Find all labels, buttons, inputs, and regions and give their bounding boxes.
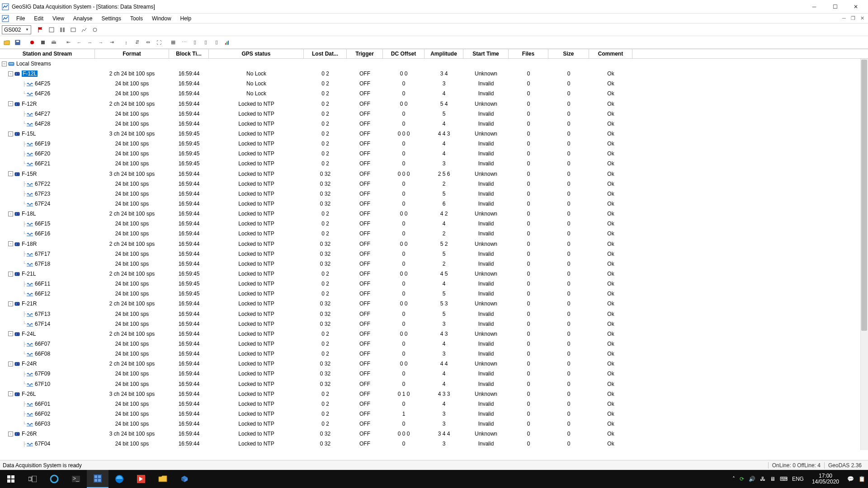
stream-row[interactable]: └66F0324 bit 100 sps16:59:44Locked to NT… [0, 419, 868, 429]
tray-display-icon[interactable]: 🖥 [770, 476, 775, 482]
station-row[interactable]: -F-18L2 ch 24 bit 100 sps16:59:44Locked … [0, 209, 868, 219]
station-combo[interactable]: GS002 ▼ [2, 25, 31, 34]
menu-tools[interactable]: Tools [127, 14, 146, 23]
col-gps-status[interactable]: GPS status [209, 49, 304, 58]
station-row[interactable]: -F-15L3 ch 24 bit 100 sps16:59:45Locked … [0, 129, 868, 139]
menu-edit[interactable]: Edit [30, 14, 47, 23]
tray-clock[interactable]: 17:00 14/05/2020 [808, 473, 843, 485]
stream-row[interactable]: ├67F2324 bit 100 sps16:59:44Locked to NT… [0, 189, 868, 199]
tray-sync-icon[interactable]: ⟳ [740, 476, 744, 482]
expander-icon[interactable]: - [8, 361, 13, 366]
panel-2-icon[interactable]: ▯ [201, 38, 211, 47]
menu-window[interactable]: Window [148, 14, 175, 23]
station-row[interactable]: -F-15R3 ch 24 bit 100 sps16:59:44Locked … [0, 169, 868, 179]
station-row[interactable]: -F-24L2 ch 24 bit 100 sps16:59:44Locked … [0, 329, 868, 339]
taskbar-edge[interactable] [108, 470, 130, 488]
stream-row[interactable]: ├66F2024 bit 100 sps16:59:45Locked to NT… [0, 149, 868, 159]
save-icon[interactable] [13, 38, 23, 47]
expander-icon[interactable]: - [8, 272, 13, 277]
col-dc-offset[interactable]: DC Offset [383, 49, 425, 58]
stream-row[interactable]: └64F2624 bit 100 sps16:59:44No Lock0 2OF… [0, 89, 868, 99]
stream-row[interactable]: ├66F0124 bit 100 sps16:59:44Locked to NT… [0, 399, 868, 409]
mdi-restore-button[interactable]: ❐ [849, 15, 857, 21]
arrow-right-end-icon[interactable]: ⇥ [107, 38, 117, 47]
tree-root-row[interactable]: − Local Streams [0, 59, 868, 69]
taskbar-cmd[interactable]: >_ [65, 470, 87, 488]
stream-row[interactable]: ├64F2524 bit 100 sps16:59:44No Lock0 2OF… [0, 79, 868, 89]
col-format[interactable]: Format [95, 49, 169, 58]
expander-icon[interactable]: - [8, 211, 13, 216]
stream-row[interactable]: ├67F0924 bit 100 sps16:59:44Locked to NT… [0, 369, 868, 379]
stream-row[interactable]: ├67F0424 bit 100 sps16:59:44Locked to NT… [0, 439, 868, 449]
stream-row[interactable]: ├67F1724 bit 100 sps16:59:44Locked to NT… [0, 249, 868, 259]
tray-language[interactable]: ENG [792, 476, 804, 482]
menu-file[interactable]: File [13, 14, 28, 23]
expander-icon[interactable]: - [8, 391, 13, 396]
tool-btn-3[interactable] [57, 25, 67, 35]
stream-row[interactable]: ├66F0224 bit 100 sps16:59:44Locked to NT… [0, 409, 868, 419]
close-button[interactable]: ✕ [845, 0, 866, 13]
arrow-left-start-icon[interactable]: ⇤ [63, 38, 73, 47]
tool-btn-5[interactable] [79, 25, 89, 35]
stream-row[interactable]: ├66F1924 bit 100 sps16:59:45Locked to NT… [0, 139, 868, 149]
col-amplitude[interactable]: Amplitude [425, 49, 463, 58]
tool-btn-2[interactable] [47, 25, 57, 35]
zoom-in-v-icon[interactable]: ↕ [121, 38, 131, 47]
col-lost-data[interactable]: Lost Dat... [304, 49, 347, 58]
stream-row[interactable]: ├67F1324 bit 100 sps16:59:44Locked to NT… [0, 309, 868, 319]
tray-action-center-icon[interactable]: 💬 [847, 476, 854, 482]
stream-row[interactable]: └66F0824 bit 100 sps16:59:44Locked to NT… [0, 349, 868, 359]
mdi-minimize-button[interactable]: ─ [840, 15, 848, 21]
stream-row[interactable]: ├67F2224 bit 100 sps16:59:44Locked to NT… [0, 179, 868, 189]
stream-row[interactable]: └67F1424 bit 100 sps16:59:44Locked to NT… [0, 319, 868, 329]
station-row[interactable]: -F-12L2 ch 24 bit 100 sps16:59:44No Lock… [0, 69, 868, 79]
stream-row[interactable]: └66F1624 bit 100 sps16:59:44Locked to NT… [0, 229, 868, 239]
open-folder-icon[interactable] [2, 38, 12, 47]
col-start-time[interactable]: Start Time [463, 49, 509, 58]
stream-row[interactable]: ├66F0724 bit 100 sps16:59:44Locked to NT… [0, 339, 868, 349]
col-block-time[interactable]: Block Ti... [169, 49, 209, 58]
expander-icon[interactable]: - [8, 71, 13, 76]
dots-icon[interactable]: ⋯ [179, 38, 189, 47]
stream-row[interactable]: └67F2424 bit 100 sps16:59:44Locked to NT… [0, 199, 868, 209]
expander-icon[interactable]: - [8, 331, 13, 336]
tray-notification-icon[interactable]: 📋 [859, 476, 865, 482]
col-size[interactable]: Size [548, 49, 589, 58]
arrow-right-icon[interactable]: → [96, 38, 106, 47]
station-row[interactable]: -F-24R2 ch 24 bit 100 sps16:59:44Locked … [0, 359, 868, 369]
task-view-button[interactable] [22, 470, 43, 488]
expander-icon[interactable]: - [8, 131, 13, 136]
vertical-scrollbar[interactable] [860, 59, 868, 450]
stream-row[interactable]: └66F1224 bit 100 sps16:59:45Locked to NT… [0, 289, 868, 299]
zoom-out-v-icon[interactable]: ⇵ [132, 38, 142, 47]
station-row[interactable]: -F-26L3 ch 24 bit 100 sps16:59:44Locked … [0, 389, 868, 399]
taskbar-app-blue[interactable] [174, 470, 195, 488]
tray-network-icon[interactable]: 🖧 [760, 476, 765, 482]
zoom-fit-icon[interactable]: ⛶ [154, 38, 164, 47]
stream-row[interactable]: ├66F1124 bit 100 sps16:59:45Locked to NT… [0, 279, 868, 289]
taskbar-geosig-app[interactable] [87, 470, 108, 488]
station-row[interactable]: -F-21R2 ch 24 bit 100 sps16:59:44Locked … [0, 299, 868, 309]
tool-btn-6[interactable] [90, 25, 100, 35]
menu-help[interactable]: Help [177, 14, 195, 23]
panel-1-icon[interactable]: ▯ [190, 38, 200, 47]
tray-keyboard-icon[interactable]: ⌨ [780, 476, 788, 482]
station-row[interactable]: -F-21L2 ch 24 bit 100 sps16:59:45Locked … [0, 269, 868, 279]
col-station-stream[interactable]: Station and Stream [0, 49, 95, 58]
stream-row[interactable]: ├66F1524 bit 100 sps16:59:44Locked to NT… [0, 219, 868, 229]
start-button[interactable] [0, 470, 22, 488]
station-row[interactable]: -F-26R3 ch 24 bit 100 sps16:59:44Locked … [0, 429, 868, 439]
tray-volume-icon[interactable]: 🔊 [749, 476, 755, 482]
stream-row[interactable]: └67F1024 bit 100 sps16:59:44Locked to NT… [0, 379, 868, 389]
grid-icon[interactable]: ▦ [168, 38, 178, 47]
tool-btn-4[interactable] [68, 25, 78, 35]
taskbar-file-explorer[interactable] [152, 470, 174, 488]
print-icon[interactable] [49, 38, 59, 47]
zoom-in-h-icon[interactable]: ⇔ [143, 38, 153, 47]
chart-icon[interactable] [222, 38, 232, 47]
station-row[interactable]: -F-12R2 ch 24 bit 100 sps16:59:44Locked … [0, 99, 868, 109]
stream-row[interactable]: └64F2824 bit 100 sps16:59:44Locked to NT… [0, 119, 868, 129]
scrollbar-thumb[interactable] [861, 60, 867, 331]
flag-icon[interactable] [36, 25, 46, 35]
expander-icon[interactable]: - [8, 101, 13, 106]
